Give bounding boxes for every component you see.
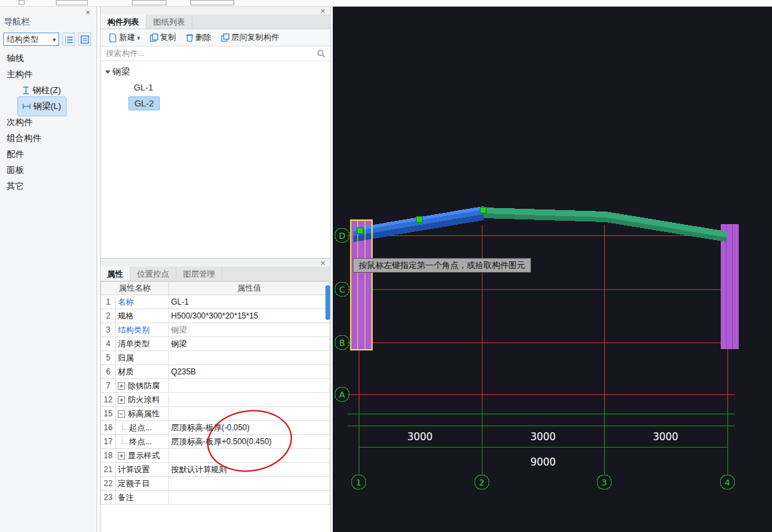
axis-label-3: 3 <box>602 477 607 487</box>
property-value[interactable] <box>169 379 330 393</box>
copy-button[interactable]: 复制 <box>146 31 180 45</box>
new-button[interactable]: 新建 ▾ <box>104 31 144 45</box>
expand-icon[interactable]: + <box>118 396 125 404</box>
component-tree: 钢梁 GL-1 GL-2 <box>100 61 330 112</box>
axis-label-d: D <box>339 231 345 241</box>
property-value[interactable] <box>169 449 330 463</box>
toolbar-input-fragment[interactable] <box>56 0 88 5</box>
dim-label-total: 9000 <box>530 456 556 468</box>
sidebar-item-steel-beam[interactable]: 钢梁(L) <box>0 98 97 114</box>
steel-beam-icon <box>23 102 31 110</box>
tab-properties[interactable]: 属性 <box>100 267 130 281</box>
structure-type-label: 结构类型 <box>7 34 39 45</box>
3d-viewport[interactable]: D C B A 1 2 3 4 3000 30 <box>333 7 772 532</box>
tree-item-gl1[interactable]: GL-1 <box>100 80 330 96</box>
component-toolbar: 新建 ▾ 复制 删除 层间复制构件 <box>100 29 330 47</box>
toolbar-input-fragment[interactable] <box>132 0 166 5</box>
application-window: × 导航栏 结构类型 ▾ 轴线 主构件 钢柱(Z) 钢梁(L) <box>0 0 772 532</box>
sidebar-item-panels[interactable]: 面板 <box>0 162 97 178</box>
table-row[interactable]: 21 计算设置 按默认计算规则 <box>101 463 330 477</box>
steel-beam-blue[interactable] <box>353 206 484 242</box>
detail-view-icon[interactable] <box>78 33 91 46</box>
tab-drawing-list[interactable]: 图纸列表 <box>146 15 192 29</box>
search-icon <box>317 49 325 58</box>
table-row[interactable]: 4 清单类型 钢梁 <box>101 337 330 351</box>
component-list-panel: × 构件列表 图纸列表 新建 ▾ 复制 删除 <box>100 7 330 258</box>
tree-group-steel-beam[interactable]: 钢梁 <box>100 64 330 80</box>
sidebar-item-others[interactable]: 其它 <box>0 178 97 194</box>
property-value[interactable] <box>169 407 330 421</box>
table-row[interactable]: 5 归属 <box>101 351 330 365</box>
collapse-triangle-icon <box>105 70 110 74</box>
property-value[interactable]: 钢梁 <box>169 337 330 351</box>
sidebar-item-composite-components[interactable]: 组合构件 <box>0 130 97 146</box>
toolbar-input-fragment[interactable] <box>190 0 234 5</box>
steel-column-right[interactable] <box>721 224 739 349</box>
table-row[interactable]: 15 −标高属性 <box>101 407 330 421</box>
property-value[interactable]: 层顶标高-板厚+0.500(0.450) <box>169 435 330 449</box>
delete-button[interactable]: 删除 <box>182 31 216 45</box>
table-row[interactable]: 6 材质 Q235B <box>101 365 330 379</box>
close-icon[interactable]: × <box>83 8 93 17</box>
table-row[interactable]: 16 起点... 层顶标高-板厚(-0.050) <box>101 421 330 435</box>
tab-position-points[interactable]: 位置控点 <box>130 267 176 281</box>
expand-icon[interactable]: + <box>118 452 125 460</box>
trash-icon <box>186 33 194 42</box>
close-icon[interactable]: × <box>318 259 327 268</box>
table-row[interactable]: 17 终点... 层顶标高-板厚+0.500(0.450) <box>101 435 330 449</box>
property-value[interactable] <box>169 351 330 365</box>
property-value[interactable]: 按默认计算规则 <box>169 463 330 477</box>
tree-elbow <box>122 438 127 444</box>
property-value[interactable]: Q235B <box>169 365 330 379</box>
table-row[interactable]: 3 结构类别 钢梁 <box>101 323 330 337</box>
steel-beam-green[interactable] <box>484 207 727 242</box>
toolbar-checkbox-fragment[interactable] <box>19 0 25 5</box>
table-row[interactable]: 7 +除锈防腐 <box>101 379 330 393</box>
table-row[interactable]: 23 备注 <box>101 491 330 505</box>
new-document-icon <box>108 33 117 43</box>
properties-panel: × 属性 位置控点 图层管理 属性名称 属性值 1 名称 <box>100 258 330 532</box>
red-grid-lines <box>347 225 735 426</box>
search-input[interactable]: 搜索构件... <box>100 47 330 61</box>
collapse-icon[interactable]: − <box>118 410 125 418</box>
interlayer-copy-button[interactable]: 层间复制构件 <box>217 31 284 45</box>
scrollbar-thumb[interactable] <box>325 285 330 320</box>
axis-label-c: C <box>339 285 345 295</box>
dim-label-bay2: 3000 <box>530 431 556 443</box>
close-icon[interactable]: × <box>318 7 327 16</box>
axis-col-bubbles: 1 2 3 4 <box>351 475 735 489</box>
table-row[interactable]: 22 定额子目 <box>101 477 330 491</box>
axis-label-b: B <box>339 338 345 348</box>
property-value[interactable]: 层顶标高-板厚(-0.050) <box>169 421 330 435</box>
sidebar-item-accessories[interactable]: 配件 <box>0 146 97 162</box>
property-value[interactable]: H500/300*300*20*15*15 <box>169 309 330 323</box>
tree-elbow <box>122 424 127 430</box>
property-value[interactable] <box>169 477 330 491</box>
axis-label-1: 1 <box>356 477 361 487</box>
tree-item-gl2[interactable]: GL-2 <box>100 96 330 112</box>
property-value[interactable]: GL-1 <box>169 295 330 309</box>
chevron-down-icon: ▾ <box>137 35 140 41</box>
interlayer-copy-icon <box>221 33 230 42</box>
table-row[interactable]: 12 +防火涂料 <box>101 393 330 407</box>
structure-type-select[interactable]: 结构类型 ▾ <box>3 33 59 46</box>
status-tooltip: 按鼠标左键指定第一个角点，或拾取构件图元 <box>353 258 531 273</box>
navigation-panel: × 导航栏 结构类型 ▾ 轴线 主构件 钢柱(Z) 钢梁(L) <box>0 7 97 532</box>
tab-component-list[interactable]: 构件列表 <box>100 15 146 29</box>
expand-icon[interactable]: + <box>118 382 125 390</box>
table-row[interactable]: 1 名称 GL-1 <box>101 295 330 309</box>
list-view-icon[interactable] <box>62 33 75 46</box>
sidebar-item-main-components[interactable]: 主构件 <box>0 66 97 82</box>
nav-panel-title: 导航栏 <box>4 16 30 28</box>
middle-panel: × 构件列表 图纸列表 新建 ▾ 复制 删除 <box>100 7 331 532</box>
sidebar-item-secondary-components[interactable]: 次构件 <box>0 114 97 130</box>
table-row[interactable]: 2 规格 H500/300*300*20*15*15 <box>101 309 330 323</box>
dimension-labels: 3000 3000 3000 9000 <box>407 431 678 468</box>
sidebar-item-axis[interactable]: 轴线 <box>0 51 97 66</box>
property-value[interactable] <box>169 393 330 407</box>
property-table: 属性名称 属性值 1 名称 GL-1 2 规格 H500/300*300*20*… <box>100 281 330 505</box>
property-value[interactable] <box>169 491 330 505</box>
table-row[interactable]: 18 +显示样式 <box>101 449 330 463</box>
property-value[interactable]: 钢梁 <box>169 323 330 337</box>
tab-layer-management[interactable]: 图层管理 <box>176 267 222 281</box>
